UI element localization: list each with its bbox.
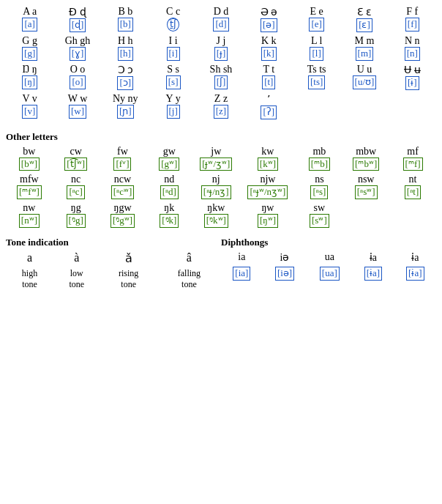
other-cell: jw [ɟʷ/ʒʷ] <box>192 144 239 173</box>
letter-cell <box>340 92 388 121</box>
letter-ipa: [ɟʷ/ʒʷ] <box>200 158 232 169</box>
letter-ipa: [a] <box>9 18 50 32</box>
tone-cell: ǎ <box>100 250 157 267</box>
diph-cell: ia <box>221 250 263 265</box>
letter-main: T t <box>248 64 290 75</box>
letter-main: A a <box>9 6 50 18</box>
letter-main: O o <box>56 64 98 75</box>
tone-section: Tone indication a à ǎ â <box>6 232 221 292</box>
letter-ipa: [j] <box>152 105 194 119</box>
letter-main: kw <box>242 146 293 158</box>
tone-diphthong-section: Tone indication a à ǎ â <box>6 232 436 292</box>
tone-cell: a <box>6 250 53 267</box>
other-cell: nt [ⁿt] <box>389 172 436 201</box>
letter-main: Ʉ ʉ <box>392 64 433 76</box>
letter-ipa: [ɲ] <box>105 105 146 119</box>
letter-main: I i <box>152 35 194 47</box>
tone-letter-a-caron: ǎ <box>103 251 154 265</box>
letter-ipa: [b] <box>105 18 146 32</box>
diph-ipa: [ia] <box>224 267 260 281</box>
letter-main: fw <box>102 146 143 158</box>
letter-main: J j <box>200 35 241 47</box>
letter-ipa: [o] <box>56 75 98 89</box>
letter-ipa: [ɨ] <box>392 76 433 90</box>
letter-main: nw <box>9 202 50 214</box>
letter-cell: Sh sh [ʃ] <box>197 62 244 92</box>
letter-cell: S s [s] <box>149 62 197 92</box>
other-letters-section: Other letters bw [bʷ] cw [t͡ʃʷ] fw [fᵛ] … <box>6 127 436 230</box>
letter-main: nsw <box>345 174 386 185</box>
diphthongs-table: ia iə ua ɨa ɨa <box>221 250 436 282</box>
letter-ipa: [v] <box>9 105 50 119</box>
letter-main: B b <box>105 6 146 18</box>
letter-ipa: [ᵑgʷ] <box>110 215 135 226</box>
letter-cell: Y y [j] <box>149 92 197 121</box>
letter-main: S s <box>152 64 194 75</box>
letter-main: M m <box>343 35 385 47</box>
letter-ipa: [ɟ] <box>200 47 241 61</box>
letter-main: mbw <box>345 146 386 158</box>
letter-main: D d <box>200 6 241 18</box>
letter-ipa: [g] <box>9 47 50 61</box>
letter-cell: C c t͡ʃ <box>149 4 197 34</box>
letter-cell: Ɔ ɔ [ɔ] <box>102 62 149 92</box>
diph-ipa: [ua] <box>310 267 349 281</box>
tone-desc-cell: hightone <box>6 267 53 292</box>
letter-main: Ɛ ɛ <box>343 6 385 18</box>
other-cell: nc [ⁿc] <box>53 172 100 201</box>
letter-main: bw <box>9 146 50 158</box>
alphabet-row-4: V v [v] W w [w] Ny ny [ɲ] Y y [j] Z z [z… <box>6 92 436 121</box>
letter-ipa: [ɛ] <box>343 18 385 32</box>
other-cell: nw [nʷ] <box>6 201 53 229</box>
alphabet-table: A a [a] Ɖ ɖ [ɖ] B b [b] C c t͡ʃ D d [d] … <box>6 4 436 121</box>
letter-ipa: [w] <box>56 105 98 119</box>
letter-main: ŋkw <box>195 202 236 214</box>
letter-main: Ŋ ŋ <box>9 64 50 75</box>
letter-main: mb <box>299 146 340 158</box>
letter-main: Ɔ ɔ <box>105 64 146 76</box>
other-cell: fw [fᵛ] <box>100 144 146 173</box>
diph-main: ua <box>310 251 349 263</box>
letter-cell: Ny ny [ɲ] <box>102 92 149 121</box>
letter-main: ns <box>299 174 340 185</box>
other-cell: nsw [ⁿsʷ] <box>342 172 389 201</box>
letter-cell: J j [ɟ] <box>197 34 244 62</box>
letter-ipa: [e] <box>296 18 337 32</box>
tone-letter-a-grave: à <box>56 251 97 264</box>
diphthongs-section: Diphthongs ia iə ua ɨa <box>221 232 436 292</box>
alphabet-row-1: A a [a] Ɖ ɖ [ɖ] B b [b] C c t͡ʃ D d [d] … <box>6 4 436 34</box>
letter-cell: T t [t] <box>245 62 293 92</box>
letter-main: nj <box>195 174 236 185</box>
letter-ipa: [ᵑkʷ] <box>204 215 228 226</box>
alphabet-row-3: Ŋ ŋ [ŋ] O o [o] Ɔ ɔ [ɔ] S s [s] Sh sh [ʃ… <box>6 62 436 92</box>
letter-ipa: [ᵑg] <box>67 215 86 226</box>
letter-ipa: [nʷ] <box>19 215 40 226</box>
letter-cell: O o [o] <box>53 62 101 92</box>
diph-main: ɨa <box>397 251 433 264</box>
letter-cell: L l [l] <box>293 34 340 62</box>
letter-ipa: [f] <box>392 18 433 32</box>
letter-ipa: [u/ʊ] <box>343 75 385 89</box>
letter-ipa: [ⁿɟʷ/nʒʷ] <box>247 186 288 197</box>
letter-main: Ə ə <box>248 6 290 18</box>
other-cell <box>342 201 389 229</box>
other-cell: ŋgw [ᵑgʷ] <box>100 201 146 229</box>
tone-desc-falling: fallingtone <box>160 268 218 290</box>
letter-cell <box>389 92 436 121</box>
diph-ipa-cell: [ua] <box>307 265 352 282</box>
letter-ipa: [z] <box>200 105 241 119</box>
letter-main: cw <box>56 146 97 158</box>
tone-desc-cell: risingtone <box>100 267 157 292</box>
diph-cell: ɨa <box>394 250 436 265</box>
letter-ipa: t͡ʃ <box>152 18 194 32</box>
letter-ipa: [i] <box>152 47 194 61</box>
letter-main: ŋk <box>149 202 190 214</box>
tone-table: a à ǎ â hightone <box>6 250 221 292</box>
other-cell: ns [ⁿs] <box>296 172 343 201</box>
letter-main: G g <box>9 35 50 47</box>
diph-cell: ɨa <box>352 250 394 265</box>
letter-main: H h <box>105 35 146 47</box>
letter-ipa: [gʷ] <box>159 158 179 169</box>
letter-main: ŋg <box>56 202 97 214</box>
diph-ipa-row: [ia] [iə] [ua] [ɨa] [ɨa] <box>221 265 436 282</box>
